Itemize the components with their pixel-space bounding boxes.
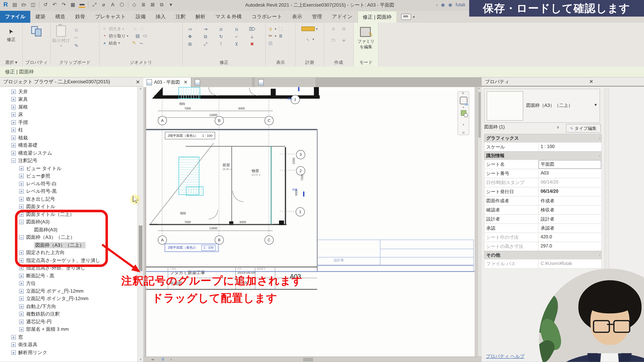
tree-expander-1[interactable]: + — [11, 97, 16, 102]
tree-item-10[interactable]: +ビュー タイトル — [0, 165, 138, 172]
redo-icon[interactable]: ↷ — [61, 1, 67, 8]
ribbon-tab-4[interactable]: プレキャスト — [90, 11, 131, 23]
tree-expander-7[interactable]: + — [11, 143, 16, 148]
panel-label-geometry[interactable]: ジオメトリ — [100, 60, 182, 65]
offset-icon[interactable]: ⇥ — [202, 26, 209, 32]
hide-element-icon[interactable]: ▧ — [267, 40, 274, 46]
paint-icon[interactable]: ▤ — [134, 33, 141, 39]
tree-item-34[interactable]: +解析用リンク — [0, 349, 138, 356]
back-icon[interactable]: ‹ — [436, 2, 438, 7]
zoom-region-icon[interactable] — [461, 110, 466, 116]
delete-icon[interactable]: ✖ — [249, 41, 255, 47]
tree-item-2[interactable]: +屋根 — [0, 103, 138, 111]
ribbon-tab-5[interactable]: 設備 — [131, 11, 151, 23]
ribbon-tab-3[interactable]: 鉄骨 — [70, 11, 90, 23]
mirror-pick-icon[interactable]: ⧅ — [234, 26, 240, 32]
split-icon[interactable]: ⫝ — [249, 34, 255, 40]
join-icon[interactable]: ◕ — [101, 40, 108, 46]
array-icon[interactable]: ⊞ — [187, 41, 193, 47]
ribbon-tab-10[interactable]: コラボレート — [247, 11, 287, 23]
ribbon-tab-12[interactable]: 管理 — [307, 11, 327, 23]
property-value[interactable]: 承認者 — [538, 224, 601, 232]
ribbon-display-toggle-icon[interactable] — [401, 14, 411, 20]
tree-item-4[interactable]: +手摺 — [0, 119, 138, 126]
cut-profile-extra-icon[interactable]: ⧄ — [132, 26, 138, 32]
wheel-dropdown-icon[interactable]: ▾ — [458, 106, 469, 109]
create-assembly-icon[interactable]: ⧈ — [330, 26, 336, 32]
tree-item-15[interactable]: +図面タイトル — [0, 203, 138, 210]
property-value[interactable]: C:¥Users¥futak — [538, 260, 601, 268]
properties-button[interactable] — [24, 25, 49, 38]
scroll-up-icon[interactable]: ˄ — [138, 87, 143, 91]
tree-item-14[interactable]: +吹き出し記号 — [0, 195, 138, 203]
tree-expander-15[interactable]: + — [19, 204, 24, 209]
ribbon-tab-13[interactable]: アドイン — [327, 11, 357, 23]
join-button[interactable]: 結合 — [109, 40, 117, 46]
panel-label-modify[interactable]: 修正 — [183, 60, 266, 65]
tree-expander-25[interactable]: + — [19, 281, 24, 286]
switch-windows-icon[interactable]: ⧉ — [158, 1, 165, 8]
copy-to-clipboard-icon[interactable]: ⧉ — [73, 27, 80, 33]
customize-qat-icon[interactable]: ▾ — [168, 1, 174, 8]
tree-item-8[interactable]: +構造梁システム — [0, 149, 138, 157]
trim-icon[interactable]: ⌐ — [234, 34, 240, 40]
tree-item-9[interactable]: −注釈記号 — [0, 157, 138, 165]
community-icon[interactable]: ◉ — [441, 2, 445, 7]
tree-item-13[interactable]: +レベル符号-黒 — [0, 188, 138, 195]
close-view-icon[interactable]: ✕ — [184, 80, 188, 85]
view-title-2-selected[interactable]: 2階平面図（着色2）1 : 100 — [165, 244, 219, 252]
tree-expander-29[interactable]: + — [19, 312, 24, 316]
tree-expander-12[interactable]: + — [19, 181, 24, 186]
ribbon-tab-2[interactable]: 構造 — [50, 11, 70, 23]
properties-help-link[interactable]: プロパティ ヘルプ — [486, 353, 524, 360]
tree-expander-26[interactable]: + — [19, 289, 24, 293]
section-icon[interactable]: ◇ — [131, 1, 138, 8]
property-value[interactable]: 06/14/20 — [538, 187, 601, 196]
tree-expander-8[interactable]: + — [11, 151, 16, 155]
ribbon-tab-0[interactable]: ファイル — [0, 11, 30, 23]
tree-expander-34[interactable]: + — [11, 350, 16, 355]
default-3d-view-icon[interactable]: ⬡ — [119, 1, 125, 8]
tree-expander-27[interactable]: + — [19, 297, 24, 301]
ruler-icon[interactable] — [302, 26, 315, 31]
close-hidden-windows-icon[interactable]: ⊠ — [150, 1, 156, 8]
scale-icon[interactable]: ⤢ — [202, 41, 209, 47]
navbar-collapse-icon[interactable]: ⊖ — [458, 131, 469, 135]
tree-expander-28[interactable]: + — [19, 304, 24, 309]
tree-item-0[interactable]: +天井 — [0, 88, 138, 96]
tree-item-29[interactable]: +複数鉄筋の注釈 — [0, 310, 138, 318]
text-icon[interactable]: A — [110, 1, 116, 8]
ribbon-tab-7[interactable]: 注釈 — [170, 11, 190, 23]
scroll-down-icon[interactable]: ˅ — [138, 358, 143, 362]
ribbon-tab-1[interactable]: 建築 — [30, 11, 50, 23]
view-tab-3[interactable] — [255, 77, 316, 87]
sync-icon[interactable]: ↺ — [42, 1, 49, 8]
navbar-close-icon[interactable]: ⊗ — [458, 92, 468, 95]
tree-item-11[interactable]: +ビュー参照 — [0, 172, 138, 180]
measure-between-icon[interactable]: ↔ — [304, 35, 312, 44]
display-box-icon[interactable]: ⬚ — [278, 26, 284, 32]
tree-expander-14[interactable]: + — [19, 197, 24, 201]
panel-label-select[interactable]: 選択 ▾ — [0, 60, 22, 65]
cope-extra-icon[interactable]: ⬭ — [142, 33, 148, 39]
tree-expander-24[interactable]: + — [19, 273, 24, 278]
tree-item-30[interactable]: +通芯記号-円 — [0, 318, 138, 326]
panel-label-properties[interactable]: プロパティ — [23, 60, 50, 65]
tree-expander-30[interactable]: + — [19, 320, 24, 324]
property-value[interactable]: 平面図 — [538, 160, 601, 169]
unpin-icon[interactable]: ⊻ — [234, 41, 240, 47]
tree-expander-3[interactable]: + — [11, 112, 16, 117]
property-value[interactable]: 設計者 — [538, 215, 601, 223]
ribbon-tab-11[interactable]: 表示 — [287, 11, 307, 23]
tree-expander-11[interactable]: + — [19, 174, 24, 178]
property-section-2[interactable]: 識別情報 — [484, 151, 602, 160]
pin-icon[interactable]: ⊺ — [218, 41, 224, 47]
override-lines-icon[interactable]: ≣ — [278, 33, 284, 39]
property-value[interactable]: 1 : 100 — [538, 143, 601, 151]
tree-item-27[interactable]: +立面記号 ポインタ_円-12mm — [0, 295, 138, 303]
tree-expander-32[interactable]: + — [11, 335, 16, 339]
undo-icon[interactable]: ↶ — [52, 1, 58, 8]
property-section-13[interactable]: その他 — [484, 251, 602, 259]
zoom-dropdown-icon[interactable]: ▾ — [458, 123, 469, 126]
tree-expander-4[interactable]: + — [11, 120, 16, 125]
